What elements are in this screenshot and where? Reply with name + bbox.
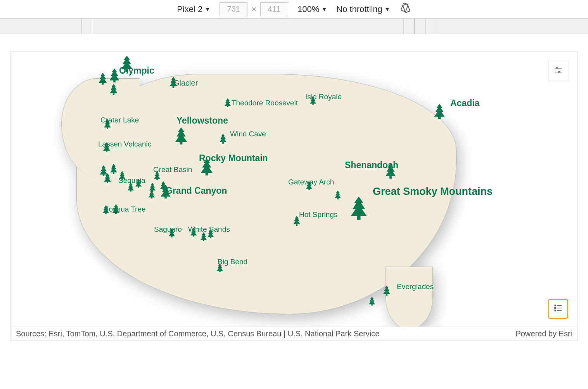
park-marker[interactable]: [434, 104, 445, 119]
height-input[interactable]: [260, 2, 288, 16]
devtools-toolbar: Pixel 2 ▼ × 100% ▼ No throttling ▼: [0, 0, 588, 19]
park-label[interactable]: Lassen Volcanic: [98, 140, 151, 148]
svg-point-10: [555, 310, 556, 311]
park-marker[interactable]: [160, 181, 167, 190]
ruler-strip: [0, 19, 588, 34]
park-marker[interactable]: [99, 165, 108, 176]
park-label[interactable]: Great Basin: [153, 165, 192, 174]
park-label[interactable]: Olympic: [119, 65, 154, 76]
device-select-label: Pixel 2: [177, 4, 202, 14]
park-label[interactable]: Yellowstone: [176, 115, 228, 126]
park-marker[interactable]: [175, 127, 188, 145]
park-marker[interactable]: [109, 69, 120, 83]
throttling-select-label: No throttling: [336, 4, 382, 14]
park-marker[interactable]: [135, 179, 142, 188]
park-marker[interactable]: [119, 171, 126, 180]
park-label[interactable]: Grand Canyon: [166, 186, 227, 196]
park-marker[interactable]: [224, 98, 231, 107]
chevron-down-icon: ▼: [205, 6, 210, 12]
legend-button[interactable]: [548, 299, 568, 319]
park-label[interactable]: Everglades: [397, 282, 434, 291]
zoom-select-label: 100%: [297, 4, 319, 14]
park-label[interactable]: Glacier: [173, 79, 198, 88]
park-marker[interactable]: [110, 164, 118, 174]
park-label[interactable]: Saguaro: [154, 225, 182, 234]
park-marker[interactable]: [148, 190, 155, 199]
park-label[interactable]: Rocky Mountain: [199, 153, 268, 164]
park-marker[interactable]: [190, 228, 197, 237]
map-canvas[interactable]: Olympic Glacier Theodore Roosevelt Isle …: [10, 52, 578, 341]
park-label[interactable]: Theodore Roosevelt: [232, 99, 298, 107]
park-marker[interactable]: [383, 286, 391, 296]
park-label[interactable]: Acadia: [450, 98, 479, 108]
svg-point-3: [556, 67, 558, 69]
attribution-powered[interactable]: Powered by Esri: [515, 329, 572, 338]
svg-point-6: [555, 305, 556, 306]
chevron-down-icon: ▼: [322, 6, 327, 12]
park-marker[interactable]: [368, 297, 375, 306]
park-marker[interactable]: [102, 205, 109, 214]
park-marker[interactable]: [200, 232, 207, 241]
legend-icon: [553, 303, 563, 315]
park-marker[interactable]: [334, 191, 341, 200]
map-frame: Olympic Glacier Theodore Roosevelt Isle …: [10, 51, 578, 341]
width-input[interactable]: [220, 2, 247, 16]
park-marker[interactable]: [109, 84, 118, 95]
rotate-icon[interactable]: [399, 2, 411, 16]
park-marker[interactable]: [98, 73, 107, 85]
park-label[interactable]: Joshua Tree: [105, 205, 146, 213]
park-label[interactable]: Great Smoky Mountains: [373, 186, 493, 198]
device-select[interactable]: Pixel 2 ▼: [177, 4, 210, 14]
attribution-bar: Sources: Esri, TomTom, U.S. Department o…: [10, 327, 578, 341]
sliders-icon: [553, 65, 563, 76]
park-label[interactable]: Gateway Arch: [288, 178, 334, 186]
park-label[interactable]: Wind Cave: [230, 130, 266, 138]
park-marker[interactable]: [350, 196, 368, 220]
map-container: Olympic Glacier Theodore Roosevelt Isle …: [10, 51, 578, 341]
park-label[interactable]: Shenandoah: [345, 160, 398, 170]
park-label[interactable]: Hot Springs: [299, 210, 337, 219]
park-label[interactable]: Big Bend: [218, 258, 247, 266]
chevron-down-icon: ▼: [385, 6, 390, 12]
svg-rect-8: [555, 307, 556, 308]
throttling-select[interactable]: No throttling ▼: [336, 4, 390, 14]
svg-point-5: [559, 71, 560, 73]
park-label[interactable]: Crater Lake: [100, 116, 139, 124]
park-label[interactable]: Isle Royale: [305, 93, 342, 101]
park-marker[interactable]: [127, 183, 134, 192]
attribution-sources: Sources: Esri, TomTom, U.S. Department o…: [16, 329, 379, 338]
zoom-select[interactable]: 100% ▼: [297, 4, 327, 14]
dimension-separator: ×: [251, 4, 256, 14]
dimensions-group: ×: [220, 2, 288, 16]
settings-button[interactable]: [548, 61, 568, 81]
park-marker[interactable]: [219, 134, 227, 144]
park-marker[interactable]: [207, 229, 214, 238]
